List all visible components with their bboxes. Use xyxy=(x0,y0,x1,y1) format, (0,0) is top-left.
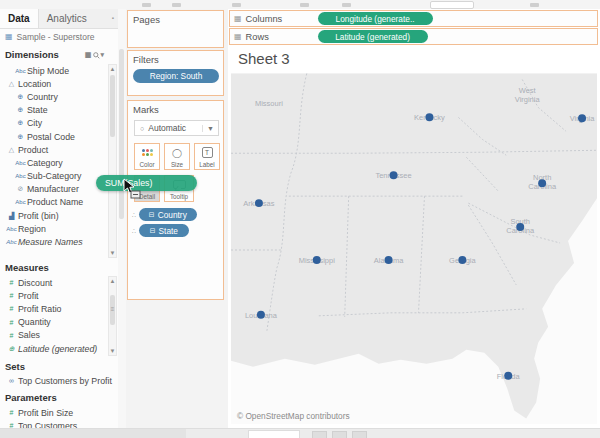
chevron-down-icon[interactable]: ▼ xyxy=(202,125,218,132)
map-view[interactable]: MissouriKentuckyWestVirginiaVirginiaTenn… xyxy=(231,73,597,424)
field-latitude-generated-[interactable]: ⊕Latitude (generated) xyxy=(0,342,108,355)
map-mark-dot[interactable] xyxy=(578,114,586,122)
abc-icon: Abc xyxy=(5,226,18,232)
field-quantity[interactable]: #Quantity xyxy=(0,316,108,329)
mark-type-value: Automatic xyxy=(148,123,186,133)
map-mark-dot[interactable] xyxy=(390,171,398,179)
scroll-up-icon[interactable]: ▲ xyxy=(109,277,116,285)
field-city[interactable]: ⊕City xyxy=(0,117,108,130)
drag-cursor-icon xyxy=(122,178,142,204)
map-mark-dot[interactable] xyxy=(458,256,466,264)
field-label: Quantity xyxy=(18,317,51,327)
filters-card[interactable]: Filters Region: South xyxy=(127,50,224,96)
field-profit[interactable]: #Profit xyxy=(0,289,108,302)
field-label: Product Name xyxy=(27,197,83,207)
mark-pill-state[interactable]: ⊟State xyxy=(139,224,189,237)
field-label: Location xyxy=(18,79,51,89)
field-profit-bin-size[interactable]: #Profit Bin Size xyxy=(0,406,108,419)
toolbar-fragment xyxy=(142,3,151,7)
columns-label: Columns xyxy=(246,14,318,24)
measures-scrollbar[interactable]: ▲ ≡ ▼ xyxy=(108,276,117,356)
data-pane: Data Analytics ▪ ▦ Sample - Superstore D… xyxy=(0,9,119,428)
field-product-name[interactable]: AbcProduct Name xyxy=(0,196,108,209)
label-button[interactable]: T Label xyxy=(194,143,220,170)
field-location[interactable]: △Location xyxy=(0,77,108,90)
size-button[interactable]: ◯ Size xyxy=(164,143,190,170)
abc-icon: Abc xyxy=(14,199,27,205)
tab-data[interactable]: Data xyxy=(0,9,39,28)
rows-pill-latitude[interactable]: Latitude (generated) xyxy=(318,30,428,43)
field-manufacturer[interactable]: ⊘Manufacturer xyxy=(0,183,108,196)
field-label: Profit Ratio xyxy=(18,304,62,314)
field-label: Postal Code xyxy=(27,132,75,142)
scroll-down-icon[interactable]: ▼ xyxy=(109,347,116,355)
field-country[interactable]: ⊕Country xyxy=(0,90,108,103)
field-top-customers-by-profit[interactable]: ∞Top Customers by Profit xyxy=(0,374,108,387)
map-mark-dot[interactable] xyxy=(425,113,433,121)
map-mark-dot[interactable] xyxy=(313,256,321,264)
field-label: Category xyxy=(27,158,63,168)
color-icon xyxy=(142,144,153,161)
map-marker-mississippi: Mississippi xyxy=(299,256,335,265)
map-mark-dot[interactable] xyxy=(504,372,512,380)
dimensions-scrollbar[interactable]: ▲ ▼ xyxy=(108,64,117,258)
field-label: Discount xyxy=(18,278,52,288)
map-mark-dot[interactable] xyxy=(538,179,546,187)
venn-icon: ∞ xyxy=(5,377,18,384)
new-dashboard-button[interactable] xyxy=(332,431,347,438)
datasource-row[interactable]: ▦ Sample - Superstore xyxy=(0,28,118,45)
active-sheet-tab[interactable] xyxy=(248,430,300,438)
tab-analytics[interactable]: Analytics xyxy=(39,9,95,28)
globe-icon: ⊕ xyxy=(5,345,18,353)
scroll-down-icon[interactable]: ▼ xyxy=(109,249,116,257)
field-label: Profit xyxy=(18,291,39,301)
new-story-button[interactable] xyxy=(352,431,367,438)
scroll-thumb[interactable] xyxy=(110,75,115,137)
map-mark-dot[interactable] xyxy=(516,223,524,231)
filter-pill-region-south[interactable]: Region: South xyxy=(133,69,219,83)
sort-caret-icon[interactable]: ▾ xyxy=(100,51,106,58)
cards-column: Pages Filters Region: South Marks ○ Auto… xyxy=(126,9,229,428)
dragged-pill-sum-sales[interactable]: SUM(Sales) xyxy=(96,175,197,191)
field-profit-bin-[interactable]: ▟Profit (bin) xyxy=(0,209,108,222)
field-ship-mode[interactable]: AbcShip Mode xyxy=(0,64,108,77)
pages-card[interactable]: Pages xyxy=(127,10,224,48)
field-region[interactable]: AbcRegion xyxy=(0,222,108,235)
hierarchy-icon: △ xyxy=(5,80,18,88)
pages-title: Pages xyxy=(128,11,223,25)
paperclip-icon: ⊘ xyxy=(14,185,27,193)
field-sub-category[interactable]: AbcSub-Category xyxy=(0,170,108,183)
filters-title: Filters xyxy=(128,51,223,65)
color-button[interactable]: Color xyxy=(134,143,160,170)
field-product[interactable]: △Product xyxy=(0,143,108,156)
mark-pill-country[interactable]: ⊟Country xyxy=(139,208,197,221)
field-state[interactable]: ⊕State xyxy=(0,104,108,117)
map-mark-dot[interactable] xyxy=(255,199,263,207)
map-mark-dot[interactable] xyxy=(257,311,265,319)
mark-pill-row: ∴ ⊟Country xyxy=(132,208,197,221)
globe-icon: ⊕ xyxy=(14,119,27,127)
rows-shelf[interactable]: ▦ Rows Latitude (generated) xyxy=(229,28,598,45)
toolbar-fragment xyxy=(300,3,309,7)
field-discount[interactable]: #Discount xyxy=(0,276,108,289)
field-label: Sales xyxy=(18,330,40,340)
new-sheet-button[interactable] xyxy=(312,431,327,438)
field-postal-code[interactable]: ⊕Postal Code xyxy=(0,130,108,143)
columns-pill-longitude[interactable]: Longitude (generate.. xyxy=(318,12,433,25)
field-top-customers[interactable]: #Top Customers xyxy=(0,419,108,428)
abc-icon: Abc xyxy=(5,239,18,245)
field-sales[interactable]: #Sales xyxy=(0,329,108,342)
sheet-tabs-strip xyxy=(0,428,600,438)
dimensions-header-icons[interactable]: ▦▾ xyxy=(85,47,106,62)
view-grid-icon[interactable]: ▦ xyxy=(85,51,94,58)
marks-title: Marks xyxy=(128,101,223,115)
field-category[interactable]: AbcCategory xyxy=(0,156,108,169)
map-mark-dot[interactable] xyxy=(385,256,393,264)
hierarchy-icon: △ xyxy=(5,146,18,154)
field-measure-names[interactable]: AbcMeasure Names xyxy=(0,235,108,248)
mark-type-dropdown[interactable]: ○ Automatic ▼ xyxy=(134,120,219,136)
columns-shelf[interactable]: ▦ Columns Longitude (generate.. xyxy=(229,10,598,27)
label-label: Label xyxy=(199,161,214,169)
scroll-up-icon[interactable]: ▲ xyxy=(109,65,116,73)
field-profit-ratio[interactable]: #Profit Ratio xyxy=(0,302,108,315)
